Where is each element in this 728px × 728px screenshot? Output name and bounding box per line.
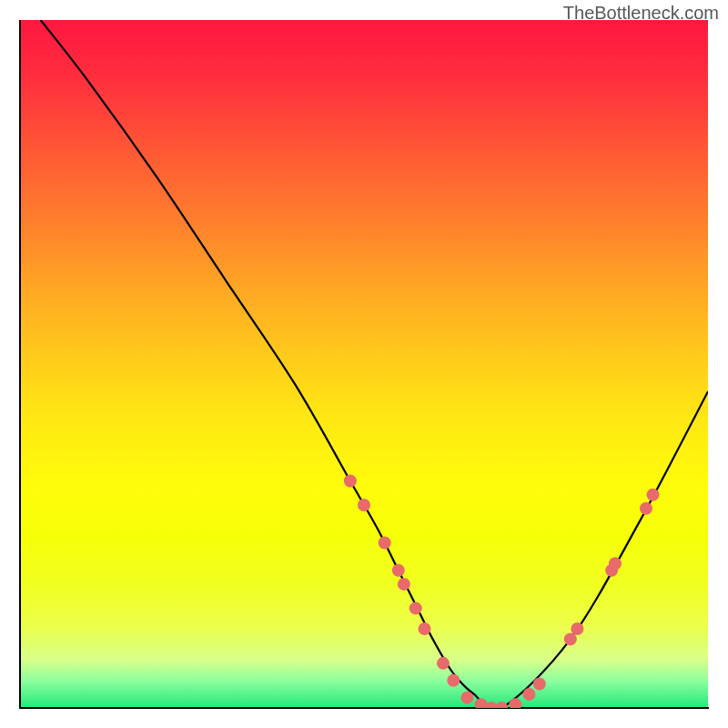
data-point-marker xyxy=(379,537,391,550)
data-point-marker xyxy=(509,698,521,708)
data-point-marker xyxy=(419,622,431,635)
data-point-marker xyxy=(410,602,422,614)
chart-svg xyxy=(20,20,708,708)
data-point-marker xyxy=(571,622,583,635)
data-point-marker xyxy=(522,688,535,701)
data-point-marker xyxy=(533,678,546,691)
data-point-marker xyxy=(344,475,357,488)
chart-container: TheBottleneck.com xyxy=(0,0,728,728)
data-point-marker xyxy=(358,499,370,511)
data-point-marker xyxy=(392,564,405,577)
data-point-marker xyxy=(647,489,660,501)
data-point-marker xyxy=(460,692,473,704)
data-point-marker xyxy=(398,578,410,591)
data-point-marker xyxy=(447,674,460,687)
bottleneck-curve xyxy=(41,20,708,708)
data-point-marker xyxy=(437,657,450,670)
data-point-marker xyxy=(640,502,652,515)
data-markers xyxy=(344,475,660,708)
data-point-marker xyxy=(609,557,622,570)
data-point-marker xyxy=(495,702,508,708)
